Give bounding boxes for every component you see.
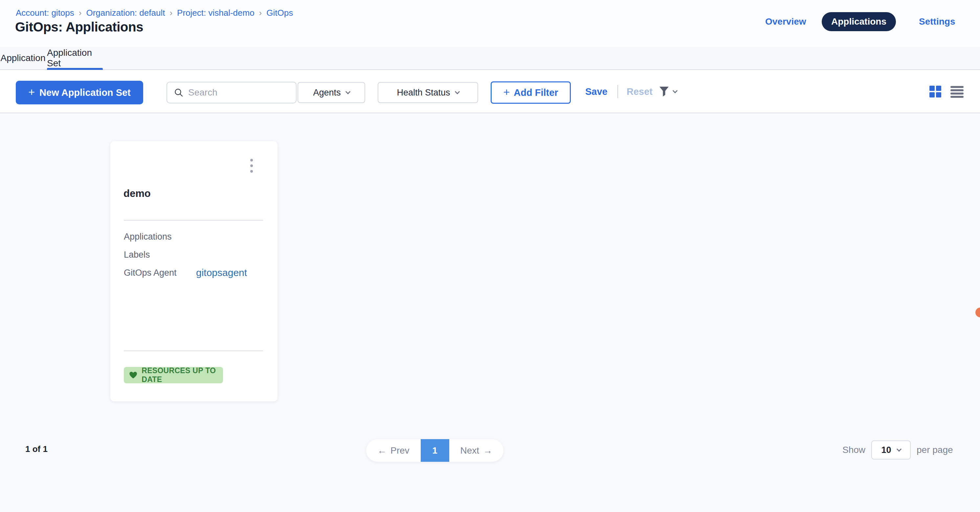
application-set-card[interactable]: demo Applications Labels GitOps Agent gi…	[110, 141, 277, 401]
card-fields: Applications Labels GitOps Agent gitopsa…	[124, 231, 265, 278]
saved-filters-button[interactable]	[658, 70, 677, 113]
search-box	[167, 82, 297, 103]
page-size-value: 10	[881, 445, 891, 455]
card-divider	[124, 220, 263, 220]
breadcrumb-gitops-link[interactable]: GitOps	[266, 8, 293, 18]
field-row-gitops-agent: GitOps Agent gitopsagent	[124, 268, 265, 278]
content-area: demo Applications Labels GitOps Agent gi…	[0, 113, 980, 512]
show-label: Show	[842, 445, 865, 455]
status-badge: RESOURCES UP TO DATE	[124, 367, 223, 384]
search-icon	[174, 88, 184, 97]
tab-bar: Application Application Set	[0, 47, 980, 70]
add-filter-button[interactable]: + Add Filter	[491, 81, 571, 104]
health-status-filter-label: Health Status	[397, 88, 450, 98]
health-status-filter-select[interactable]: Health Status	[378, 82, 478, 103]
card-divider	[124, 350, 263, 351]
list-view-button[interactable]	[950, 85, 964, 98]
breadcrumb-account-link[interactable]: Account: gitops	[16, 8, 74, 18]
breadcrumb-organization-link[interactable]: Organization: default	[86, 8, 165, 18]
gitops-applications-page: Account: gitops › Organization: default …	[0, 0, 980, 512]
field-label: Labels	[124, 250, 183, 260]
tab-application[interactable]: Application	[0, 47, 46, 69]
arrow-right-icon: →	[483, 445, 492, 456]
search-input[interactable]	[188, 87, 287, 98]
toolbar: + New Application Set Agents Health Stat…	[0, 70, 980, 113]
new-application-set-button[interactable]: + New Application Set	[16, 81, 143, 105]
prev-label: Prev	[390, 445, 409, 456]
agents-filter-select[interactable]: Agents	[298, 82, 365, 103]
kebab-menu-button[interactable]	[247, 158, 256, 173]
nav-settings-link[interactable]: Settings	[919, 12, 955, 31]
chevron-down-icon	[673, 88, 678, 93]
page-size-select[interactable]: 10	[871, 441, 911, 460]
breadcrumb-separator-icon: ›	[259, 8, 262, 18]
next-page-button[interactable]: Next →	[449, 439, 504, 462]
card-title: demo	[124, 188, 151, 200]
chevron-down-icon	[455, 89, 460, 94]
nav-overview-link[interactable]: Overview	[765, 12, 806, 31]
toolbar-divider	[617, 85, 618, 98]
page-1-button[interactable]: 1	[421, 439, 449, 462]
agents-filter-label: Agents	[313, 88, 340, 98]
field-row-applications: Applications	[124, 231, 265, 242]
breadcrumb-separator-icon: ›	[79, 8, 82, 18]
pagination: ← Prev 1 Next →	[366, 439, 503, 462]
arrow-left-icon: ←	[377, 445, 387, 456]
next-label: Next	[460, 445, 479, 456]
add-filter-label: Add Filter	[514, 87, 558, 98]
prev-page-button[interactable]: ← Prev	[366, 439, 421, 462]
filter-funnel-icon	[658, 85, 670, 98]
status-badge-label: RESOURCES UP TO DATE	[142, 366, 223, 384]
breadcrumb-project-link[interactable]: Project: vishal-demo	[177, 8, 255, 18]
nav-applications-pill[interactable]: Applications	[822, 12, 896, 31]
plus-icon: +	[503, 86, 510, 98]
breadcrumb-separator-icon: ›	[169, 8, 172, 18]
page-summary: 1 of 1	[25, 444, 48, 454]
plus-icon: +	[28, 86, 35, 98]
save-button[interactable]: Save	[585, 70, 608, 113]
page-size-group: Show 10 per page	[842, 441, 953, 460]
chevron-down-icon	[896, 446, 902, 452]
chevron-down-icon	[345, 89, 350, 94]
field-row-labels: Labels	[124, 249, 265, 260]
heart-icon	[129, 371, 137, 380]
grid-view-icon	[929, 85, 942, 98]
grid-view-button[interactable]	[929, 85, 942, 98]
page-header: Account: gitops › Organization: default …	[0, 0, 980, 47]
gitops-agent-link[interactable]: gitopsagent	[196, 267, 247, 278]
tab-application-set[interactable]: Application Set	[47, 47, 103, 69]
reset-button[interactable]: Reset	[627, 70, 652, 113]
page-title: GitOps: Applications	[15, 20, 143, 35]
field-label: Applications	[124, 232, 183, 242]
breadcrumb: Account: gitops › Organization: default …	[16, 8, 293, 18]
field-label: GitOps Agent	[124, 268, 183, 278]
list-view-icon	[950, 85, 964, 98]
per-page-label: per page	[916, 445, 953, 455]
new-application-set-label: New Application Set	[40, 87, 131, 98]
